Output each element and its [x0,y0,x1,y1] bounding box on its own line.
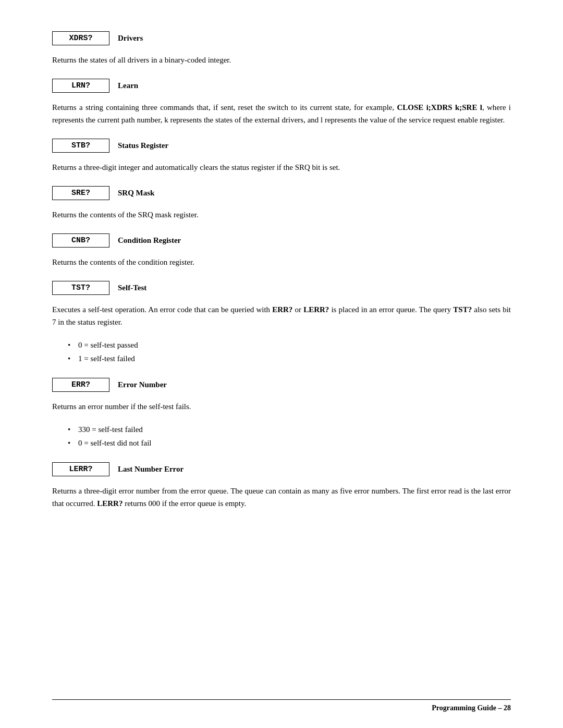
description-err: Returns an error number if the self-test… [52,400,511,413]
description-sre: Returns the contents of the SRQ mask reg… [52,208,511,221]
list-item: 1 = self-test failed [68,352,511,366]
command-row-lerr: LERR? Last Number Error [52,462,511,476]
command-title-xdrs: Drivers [109,31,143,45]
command-title-stb: Status Register [109,139,168,153]
command-label-err: ERR? [71,380,90,389]
section-cnb: CNB? Condition Register Returns the cont… [52,233,511,268]
command-row-sre: SRE? SRQ Mask [52,186,511,200]
command-title-sre: SRQ Mask [109,186,154,200]
bullet-list-err: 330 = self-test failed 0 = self-test did… [68,423,511,450]
description-cnb: Returns the contents of the condition re… [52,256,511,268]
command-box-lrn: LRN? [52,79,109,93]
command-row-tst: TST? Self-Test [52,281,511,295]
command-row-err: ERR? Error Number [52,378,511,392]
command-row-xdrs: XDRS? Drivers [52,31,511,45]
command-title-lrn: Learn [109,79,138,93]
description-lrn: Returns a string containing three comman… [52,101,511,126]
command-box-stb: STB? [52,139,109,153]
command-title-err: Error Number [109,378,167,392]
list-item: 0 = self-test did not fail [68,437,511,450]
command-title-tst: Self-Test [109,281,146,295]
command-row-lrn: LRN? Learn [52,79,511,93]
section-xdrs: XDRS? Drivers Returns the states of all … [52,31,511,66]
command-label-lerr: LERR? [69,465,92,474]
command-box-err: ERR? [52,378,109,392]
command-box-tst: TST? [52,281,109,295]
list-item: 0 = self-test passed [68,339,511,352]
footer: Programming Guide – 28 [52,699,511,712]
list-item: 330 = self-test failed [68,423,511,437]
section-sre: SRE? SRQ Mask Returns the contents of th… [52,186,511,221]
command-box-xdrs: XDRS? [52,31,109,45]
description-xdrs: Returns the states of all drivers in a b… [52,54,511,66]
command-title-cnb: Condition Register [109,233,181,248]
command-box-lerr: LERR? [52,462,109,476]
command-label-lrn: LRN? [71,81,90,90]
description-tst: Executes a self-test operation. An error… [52,303,511,328]
footer-text: Programming Guide – 28 [432,704,511,712]
command-box-sre: SRE? [52,186,109,200]
command-row-stb: STB? Status Register [52,139,511,153]
description-stb: Returns a three-digit integer and automa… [52,161,511,174]
bullet-list-tst: 0 = self-test passed 1 = self-test faile… [68,339,511,365]
command-row-cnb: CNB? Condition Register [52,233,511,248]
description-lerr: Returns a three-digit error number from … [52,485,511,510]
section-tst: TST? Self-Test Executes a self-test oper… [52,281,511,365]
section-stb: STB? Status Register Returns a three-dig… [52,139,511,174]
command-label-stb: STB? [71,141,90,150]
command-label-cnb: CNB? [71,236,90,245]
command-label-sre: SRE? [71,189,90,198]
section-err: ERR? Error Number Returns an error numbe… [52,378,511,450]
command-title-lerr: Last Number Error [109,462,183,476]
section-lrn: LRN? Learn Returns a string containing t… [52,79,511,126]
command-label-tst: TST? [71,283,90,292]
command-label-xdrs: XDRS? [69,34,92,43]
section-lerr: LERR? Last Number Error Returns a three-… [52,462,511,510]
command-box-cnb: CNB? [52,233,109,248]
page: XDRS? Drivers Returns the states of all … [0,0,563,728]
